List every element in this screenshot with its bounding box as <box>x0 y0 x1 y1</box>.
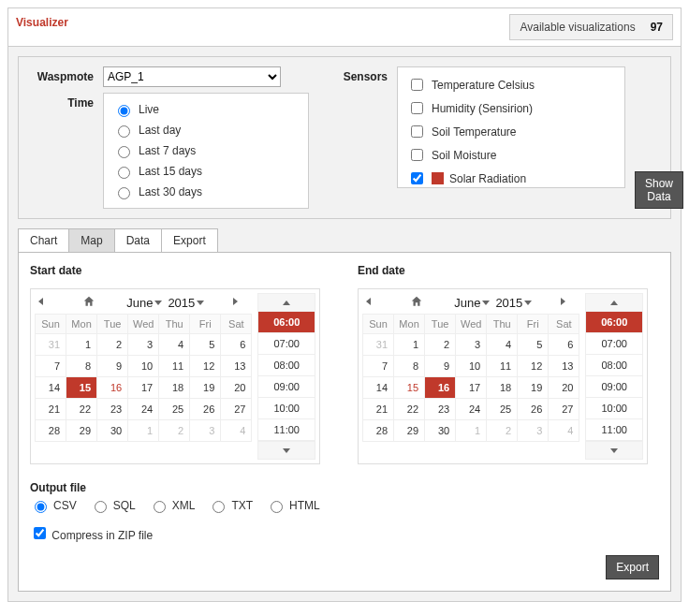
calendar-day[interactable]: 20 <box>549 377 579 399</box>
calendar-day[interactable]: 9 <box>97 356 128 377</box>
time-radio[interactable] <box>118 105 130 117</box>
calendar-day[interactable]: 8 <box>394 356 425 377</box>
time-option[interactable]: Last 30 days <box>113 182 299 202</box>
time-radio[interactable] <box>118 167 130 179</box>
compress-checkbox[interactable] <box>34 527 46 539</box>
calendar-day[interactable]: 22 <box>394 399 425 420</box>
calendar-day[interactable]: 22 <box>66 399 97 420</box>
time-option[interactable]: Last 15 days <box>113 161 299 182</box>
calendar-day[interactable]: 31 <box>36 334 66 356</box>
next-month-icon[interactable] <box>561 295 576 310</box>
time-radio[interactable] <box>118 146 130 158</box>
calendar-day[interactable]: 19 <box>190 377 221 399</box>
year-select[interactable]: 2015 <box>168 296 204 310</box>
sensor-option[interactable]: Soil Temperature <box>407 120 615 143</box>
sensor-checkbox[interactable] <box>411 149 423 161</box>
calendar-day[interactable]: 2 <box>425 334 456 356</box>
show-data-button[interactable]: Show Data <box>635 171 683 209</box>
sensor-checkbox[interactable] <box>411 79 423 91</box>
time-option[interactable]: 11:00 <box>586 419 642 441</box>
year-select[interactable]: 2015 <box>495 296 532 310</box>
time-option[interactable]: 08:00 <box>258 355 315 376</box>
sensor-option[interactable]: Humidity (Sensirion) <box>407 96 615 120</box>
calendar-day[interactable]: 15 <box>394 377 425 399</box>
calendar-day[interactable]: 10 <box>128 356 159 377</box>
time-option[interactable]: Last day <box>113 120 299 140</box>
time-option[interactable]: 10:00 <box>258 398 315 419</box>
time-scroll-down-icon[interactable] <box>257 441 315 460</box>
output-format-radio[interactable] <box>154 501 166 513</box>
calendar-day[interactable]: 3 <box>190 420 221 442</box>
calendar-day[interactable]: 31 <box>363 334 394 356</box>
calendar-day[interactable]: 19 <box>518 377 549 399</box>
month-select[interactable]: June <box>454 296 490 310</box>
calendar-day[interactable]: 21 <box>36 399 66 420</box>
time-option[interactable]: 08:00 <box>586 355 642 376</box>
calendar-day[interactable]: 21 <box>363 399 394 420</box>
time-scrollbar-thumb[interactable] <box>642 334 643 372</box>
calendar-day[interactable]: 23 <box>97 399 128 420</box>
time-option[interactable]: 10:00 <box>586 398 642 419</box>
calendar-day[interactable]: 14 <box>363 377 394 399</box>
calendar-day[interactable]: 28 <box>36 420 66 442</box>
prev-month-icon[interactable] <box>366 295 381 310</box>
month-select[interactable]: June <box>126 296 162 310</box>
calendar-day[interactable]: 29 <box>394 420 425 442</box>
output-format-option[interactable]: XML <box>149 498 196 513</box>
output-format-radio[interactable] <box>35 501 47 513</box>
sensor-option[interactable]: Solar Radiation <box>407 167 615 188</box>
calendar-day[interactable]: 1 <box>394 334 425 356</box>
compress-checkbox-label[interactable]: Compress in ZIP file <box>30 529 153 542</box>
time-option[interactable]: Live <box>113 99 299 120</box>
calendar-day[interactable]: 17 <box>128 377 159 399</box>
calendar-day[interactable]: 6 <box>549 334 579 356</box>
time-option[interactable]: 09:00 <box>586 376 642 398</box>
calendar-day[interactable]: 20 <box>221 377 252 399</box>
calendar-day[interactable]: 17 <box>456 377 487 399</box>
time-scroll-up-icon[interactable] <box>257 293 315 312</box>
calendar-day[interactable]: 18 <box>487 377 518 399</box>
waspmote-select[interactable]: AGP_1 <box>103 66 281 87</box>
calendar-day[interactable]: 25 <box>159 399 190 420</box>
sensor-option[interactable]: Soil Moisture <box>407 143 615 167</box>
calendar-day[interactable]: 9 <box>425 356 456 377</box>
calendar-day[interactable]: 5 <box>190 334 221 356</box>
tab-map[interactable]: Map <box>68 228 114 252</box>
calendar-day[interactable]: 6 <box>221 334 252 356</box>
output-format-option[interactable]: HTML <box>266 498 320 513</box>
output-format-option[interactable]: TXT <box>208 498 253 513</box>
calendar-day[interactable]: 4 <box>221 420 252 442</box>
time-option[interactable]: 11:00 <box>258 419 315 441</box>
calendar-day[interactable]: 1 <box>456 420 487 442</box>
calendar-day[interactable]: 7 <box>36 356 66 377</box>
calendar-day[interactable]: 25 <box>487 399 518 420</box>
calendar-day[interactable]: 14 <box>36 377 66 399</box>
calendar-day[interactable]: 12 <box>190 356 221 377</box>
output-format-option[interactable]: SQL <box>90 498 136 513</box>
time-scrollbar-thumb[interactable] <box>315 334 315 372</box>
calendar-day[interactable]: 12 <box>518 356 549 377</box>
calendar-day[interactable]: 8 <box>66 356 97 377</box>
calendar-day[interactable]: 1 <box>128 420 159 442</box>
tab-chart[interactable]: Chart <box>18 228 69 252</box>
time-option[interactable]: 07:00 <box>258 333 315 355</box>
calendar-day[interactable]: 27 <box>221 399 252 420</box>
calendar-day[interactable]: 10 <box>456 356 487 377</box>
calendar-day[interactable]: 24 <box>128 399 159 420</box>
output-format-option[interactable]: CSV <box>30 498 77 513</box>
output-format-radio[interactable] <box>213 501 225 513</box>
calendar-day[interactable]: 26 <box>518 399 549 420</box>
calendar-day[interactable]: 18 <box>159 377 190 399</box>
calendar-day[interactable]: 30 <box>97 420 128 442</box>
output-format-radio[interactable] <box>95 501 107 513</box>
calendar-day[interactable]: 16 <box>425 377 456 399</box>
calendar-day[interactable]: 23 <box>425 399 456 420</box>
calendar-day[interactable]: 7 <box>363 356 394 377</box>
calendar-day[interactable]: 11 <box>487 356 518 377</box>
time-scroll-down-icon[interactable] <box>585 441 643 460</box>
calendar-day[interactable]: 13 <box>549 356 579 377</box>
tab-data[interactable]: Data <box>114 228 162 252</box>
time-radio[interactable] <box>118 125 130 138</box>
export-button[interactable]: Export <box>606 555 659 579</box>
calendar-day[interactable]: 3 <box>456 334 487 356</box>
